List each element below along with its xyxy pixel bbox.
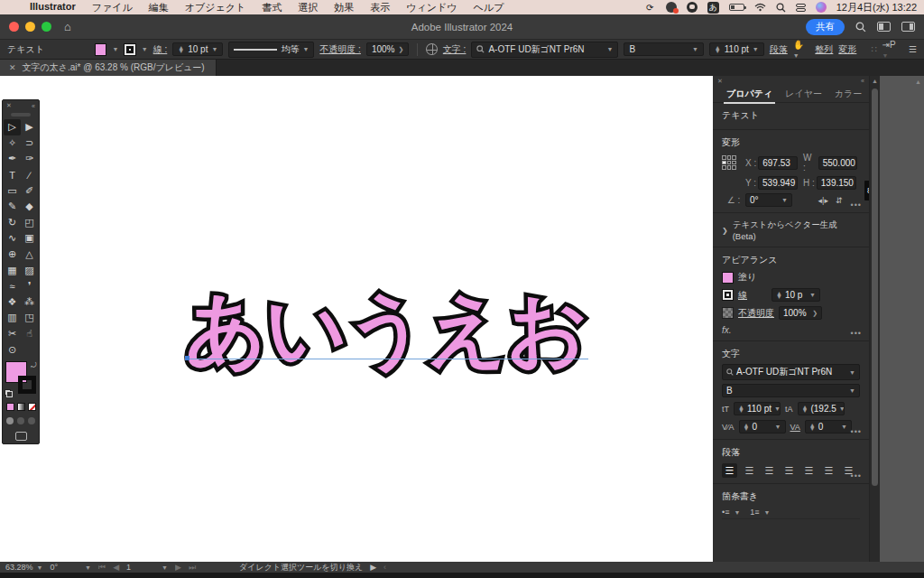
appearance-stroke-link[interactable]: 線	[738, 289, 747, 302]
artboard-nav-last-icon[interactable]: ⏭	[189, 563, 196, 573]
artwork-text[interactable]: あいうえお	[185, 275, 587, 384]
home-icon[interactable]: ⌂	[64, 20, 71, 33]
stroke-indicator[interactable]	[18, 376, 36, 394]
hand-tool[interactable]: ☝	[21, 326, 38, 342]
menubar-clock[interactable]: 12月4日(水) 13:22	[836, 1, 917, 14]
status-collapse-icon[interactable]: ‹	[383, 563, 386, 572]
curvature-tool[interactable]: ✑	[21, 151, 38, 167]
disclosure-icon[interactable]: ❯	[722, 227, 728, 235]
toolbox-grip[interactable]	[11, 113, 31, 117]
gradient-button[interactable]	[17, 403, 25, 411]
panel-font-size-field[interactable]: ▲▼ 110 pt ▼	[734, 402, 781, 415]
siri-icon[interactable]	[816, 2, 827, 13]
rectangle-tool[interactable]: ▭	[4, 182, 21, 199]
font-style-field[interactable]: B ▼	[624, 42, 703, 56]
appearance-fill-swatch[interactable]	[722, 272, 734, 284]
stroke-color-swatch[interactable]	[124, 43, 135, 56]
panel-collapse-icon[interactable]: «	[861, 78, 864, 85]
stroke-weight-label[interactable]: 線 :	[153, 43, 168, 56]
flip-vertical-icon[interactable]: ⇵	[836, 196, 843, 205]
rotation-field[interactable]: 0° ▼	[745, 193, 792, 207]
toolbox-collapse-icon[interactable]: «	[32, 103, 35, 109]
minimize-window-button[interactable]	[25, 22, 35, 32]
opacity-field[interactable]: 100% ❯	[366, 42, 409, 56]
paragraph-more-options[interactable]: •••	[851, 471, 862, 480]
control-center-icon[interactable]	[796, 4, 806, 12]
appearance-stroke-weight-field[interactable]: ▲▼ 10 p ▼	[772, 288, 820, 302]
app-search-icon[interactable]	[855, 22, 866, 33]
color-button[interactable]	[6, 403, 14, 411]
align-link[interactable]: 整列	[815, 43, 833, 56]
menu-item[interactable]: ファイル	[84, 1, 141, 14]
scroll-up-icon[interactable]: ▲	[872, 78, 878, 84]
effects-fx-button[interactable]: fx.	[722, 325, 860, 335]
paragraph-link[interactable]: 段落	[770, 43, 788, 56]
align-center[interactable]: ☰	[742, 463, 757, 478]
height-field[interactable]: 139.150	[817, 176, 856, 190]
panel-scrollbar[interactable]: ▲	[869, 76, 880, 562]
text-flow-icon[interactable]: ⇥P ▼	[882, 40, 904, 60]
shaper-tool[interactable]: ≈	[4, 278, 21, 294]
appearance-opacity-swatch[interactable]	[722, 307, 734, 319]
slice-tool[interactable]: ✂	[4, 326, 21, 342]
menu-item[interactable]: ウィンドウ	[398, 1, 465, 14]
menu-item[interactable]: オブジェクト	[177, 1, 254, 14]
tool-spacer[interactable]	[21, 341, 38, 358]
justify-last-right[interactable]: ☰	[821, 463, 836, 478]
options-list-icon[interactable]: ☰	[909, 44, 917, 54]
panel-layout-icon[interactable]	[901, 22, 915, 32]
document-setup-icon[interactable]	[426, 43, 438, 55]
bulleted-list-icon[interactable]: •≡	[722, 508, 729, 517]
zoom-window-button[interactable]	[42, 22, 51, 32]
default-fill-stroke-icon[interactable]	[5, 389, 11, 396]
canvas[interactable]: あいうえお	[0, 76, 713, 562]
constrain-proportions-icon[interactable]: 8	[864, 181, 869, 200]
none-button[interactable]	[28, 403, 36, 411]
rotation-control[interactable]: 0° ▼	[50, 563, 91, 572]
character-more-options[interactable]: •••	[851, 427, 862, 436]
workspace-layout-icon[interactable]	[877, 22, 891, 32]
align-left[interactable]: ☰	[722, 463, 737, 478]
screen-mode-button[interactable]	[15, 432, 27, 441]
blend-tool[interactable]: ❖	[4, 294, 21, 311]
text-to-vector-section[interactable]: ❯ テキストからベクター生成 (Beta)	[713, 213, 869, 247]
justify-last-center[interactable]: ☰	[801, 463, 817, 478]
appearance-more-options[interactable]: •••	[851, 329, 862, 338]
input-source-icon[interactable]: あ	[707, 2, 719, 14]
lasso-tool[interactable]: ⊃	[21, 135, 38, 152]
kerning-field[interactable]: ▲▼ 0 ▼	[739, 420, 786, 434]
appearance-opacity-link[interactable]: 不透明度	[738, 307, 774, 320]
perspective-grid-tool[interactable]: △	[21, 247, 38, 263]
draw-normal-button[interactable]	[6, 417, 14, 424]
transform-link[interactable]: 変形	[838, 43, 856, 56]
battery-icon[interactable]	[729, 4, 744, 11]
fill-color-swatch[interactable]	[95, 43, 106, 56]
sync-status-icon[interactable]: ⟳	[644, 2, 656, 14]
x-field[interactable]: 697.53	[758, 156, 798, 170]
font-label[interactable]: 文字 :	[443, 43, 467, 56]
width-field[interactable]: 550.000	[818, 156, 857, 170]
menu-item[interactable]: Illustrator	[22, 1, 84, 14]
flip-horizontal-icon[interactable]: ◂|▸	[818, 196, 828, 205]
direct-selection-tool[interactable]: ▷	[4, 119, 21, 135]
menu-item[interactable]: ヘルプ	[466, 1, 513, 14]
pen-tool[interactable]: ✒	[4, 151, 21, 167]
width-tool[interactable]: ∿	[4, 230, 21, 247]
font-family-field[interactable]: A-OTF UD新ゴNT Pr6N ▼	[471, 42, 618, 58]
tab-properties[interactable]: プロパティ	[720, 88, 779, 100]
share-button[interactable]: 共有	[806, 19, 845, 35]
artboard-number-field[interactable]: 1 ▼	[126, 563, 168, 572]
artboard-nav-first-icon[interactable]: ⏮	[98, 563, 106, 573]
panel-font-style-field[interactable]: B ▼	[722, 384, 860, 397]
scale-tool[interactable]: ◰	[21, 215, 38, 231]
pencil-tool[interactable]: ✎	[4, 199, 21, 215]
magic-wand-tool[interactable]: ✧	[4, 135, 21, 152]
menu-item[interactable]: 編集	[141, 1, 177, 14]
numbered-list-icon[interactable]: 1≡	[750, 508, 759, 517]
line-app-icon[interactable]	[687, 2, 698, 13]
draw-behind-button[interactable]	[17, 417, 24, 424]
stroke-style-field[interactable]: 均等 ▼	[228, 42, 314, 58]
y-field[interactable]: 539.949	[758, 176, 798, 190]
rotate-tool[interactable]: ↻	[4, 215, 21, 231]
text-baseline-path[interactable]	[188, 359, 588, 359]
